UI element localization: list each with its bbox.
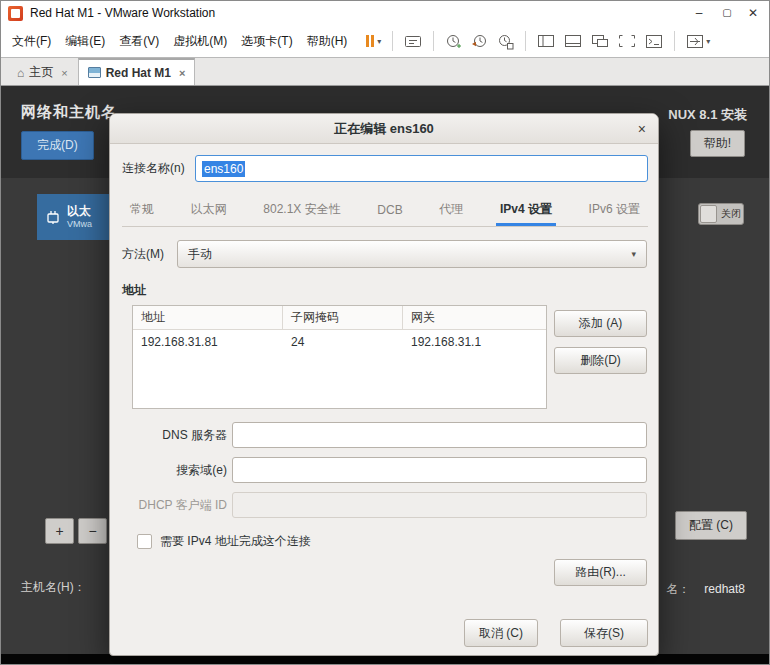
menu-edit[interactable]: 编辑(E) bbox=[58, 25, 112, 57]
tab-home[interactable]: ⌂ 主页 × bbox=[7, 59, 78, 85]
minimize-button[interactable]: – bbox=[685, 2, 713, 24]
toolbar-separator bbox=[392, 31, 393, 51]
menu-file[interactable]: 文件(F) bbox=[5, 25, 58, 57]
method-value: 手动 bbox=[188, 246, 212, 263]
gateway-cell[interactable]: 192.168.31.1 bbox=[403, 330, 546, 354]
dialog-title: 正在编辑 ens160 bbox=[334, 120, 434, 138]
save-button[interactable]: 保存(S) bbox=[560, 619, 648, 647]
menu-help[interactable]: 帮助(H) bbox=[300, 25, 355, 57]
done-button[interactable]: 完成(D) bbox=[21, 131, 94, 160]
toolbar: ▾ bbox=[362, 31, 713, 52]
revert-snapshot-button[interactable] bbox=[468, 31, 491, 52]
netmask-cell[interactable]: 24 bbox=[283, 330, 403, 354]
dialog-close-button[interactable]: × bbox=[638, 120, 646, 138]
connection-name-label: 连接名称(n) bbox=[122, 155, 185, 182]
send-ctrl-alt-del-button[interactable] bbox=[401, 32, 425, 51]
cancel-button[interactable]: 取消 (C) bbox=[464, 619, 538, 647]
device-name: 以太 bbox=[67, 204, 92, 219]
help-button[interactable]: 帮助! bbox=[690, 130, 745, 157]
fullscreen-button[interactable]: ▾ bbox=[683, 32, 713, 51]
search-domains-label: 搜索域(e) bbox=[122, 457, 227, 483]
close-window-button[interactable]: ✕ bbox=[739, 2, 767, 24]
device-detail: VMwa bbox=[67, 219, 92, 230]
toolbar-separator bbox=[674, 31, 675, 51]
tab-redhat-m1-label: Red Hat M1 bbox=[106, 66, 171, 80]
tab-ethernet[interactable]: 以太网 bbox=[187, 196, 231, 226]
chevron-down-icon: ▾ bbox=[377, 37, 381, 46]
address-cell[interactable]: 192.168.31.81 bbox=[133, 330, 283, 354]
show-thumbnail-bar-button[interactable] bbox=[561, 32, 585, 50]
menubar: 文件(F) 编辑(E) 查看(V) 虚拟机(M) 选项卡(T) 帮助(H) ▾ bbox=[1, 25, 769, 58]
tab-general[interactable]: 常规 bbox=[126, 196, 158, 226]
current-hostname: 名：redhat8 bbox=[666, 581, 745, 598]
pause-button[interactable]: ▾ bbox=[362, 33, 384, 49]
remove-device-button[interactable]: − bbox=[78, 518, 107, 544]
column-header-netmask[interactable]: 子网掩码 bbox=[283, 306, 403, 330]
selected-text: ens160 bbox=[202, 161, 245, 177]
add-device-button[interactable]: + bbox=[45, 518, 74, 544]
console-view-button[interactable] bbox=[642, 32, 666, 51]
menu-tabs[interactable]: 选项卡(T) bbox=[234, 25, 299, 57]
tab-dcb[interactable]: DCB bbox=[373, 196, 406, 226]
installer-banner: NUX 8.1 安装 bbox=[668, 106, 747, 124]
unity-mode-button[interactable] bbox=[588, 32, 612, 50]
tab-bar: ⌂ 主页 × Red Hat M1 × bbox=[1, 58, 769, 86]
edit-connection-dialog: 正在编辑 ens160 × 连接名称(n) ens160 常规 以太网 802.… bbox=[109, 113, 659, 656]
installer-section-title: 网络和主机名 bbox=[21, 103, 117, 122]
toolbar-separator bbox=[525, 31, 526, 51]
dhcp-client-id-label: DHCP 客户端 ID bbox=[122, 492, 227, 518]
add-address-button[interactable]: 添加 (A) bbox=[554, 310, 647, 337]
vmware-window: Red Hat M1 - VMware Workstation – ▢ ✕ 文件… bbox=[0, 0, 770, 665]
routes-button[interactable]: 路由(R)... bbox=[554, 559, 647, 586]
search-domains-input[interactable] bbox=[232, 457, 647, 483]
vmware-logo-icon bbox=[8, 6, 23, 21]
vm-screen-icon bbox=[88, 67, 101, 78]
chevron-down-icon: ▾ bbox=[706, 37, 710, 46]
tab-close-icon[interactable]: × bbox=[61, 67, 67, 79]
hostname-label: 主机名(H)： bbox=[21, 579, 86, 596]
manage-snapshots-button[interactable] bbox=[494, 31, 517, 52]
titlebar: Red Hat M1 - VMware Workstation – ▢ ✕ bbox=[1, 1, 769, 25]
addresses-table[interactable]: 地址 子网掩码 网关 192.168.31.81 24 192.168.31.1 bbox=[132, 305, 547, 409]
dialog-header[interactable]: 正在编辑 ens160 × bbox=[110, 114, 658, 144]
switch-off-label: 关闭 bbox=[721, 207, 741, 221]
maximize-button[interactable]: ▢ bbox=[713, 2, 741, 24]
device-enable-switch[interactable]: 关闭 bbox=[698, 203, 744, 225]
column-header-gateway[interactable]: 网关 bbox=[403, 306, 546, 330]
window-title: Red Hat M1 - VMware Workstation bbox=[30, 6, 215, 20]
require-ipv4-row: 需要 IPv4 地址完成这个连接 bbox=[137, 533, 311, 550]
tab-redhat-m1[interactable]: Red Hat M1 × bbox=[78, 58, 196, 85]
show-library-button[interactable] bbox=[534, 32, 558, 50]
dns-servers-label: DNS 服务器 bbox=[122, 422, 227, 448]
home-icon: ⌂ bbox=[17, 66, 24, 80]
current-hostname-label: 名： bbox=[666, 582, 690, 596]
menu-vm[interactable]: 虚拟机(M) bbox=[166, 25, 234, 57]
toolbar-separator bbox=[433, 31, 434, 51]
tab-close-icon[interactable]: × bbox=[179, 67, 185, 79]
require-ipv4-label: 需要 IPv4 地址完成这个连接 bbox=[160, 533, 311, 550]
current-hostname-value: redhat8 bbox=[704, 582, 745, 596]
chevron-down-icon: ▾ bbox=[631, 249, 636, 259]
tab-8021x-security[interactable]: 802.1X 安全性 bbox=[259, 196, 344, 226]
tab-ipv4-settings[interactable]: IPv4 设置 bbox=[496, 196, 556, 226]
tab-ipv6-settings[interactable]: IPv6 设置 bbox=[585, 196, 644, 226]
configure-button[interactable]: 配置 (C) bbox=[675, 511, 747, 540]
dns-servers-input[interactable] bbox=[232, 422, 647, 448]
menu-view[interactable]: 查看(V) bbox=[112, 25, 166, 57]
column-header-address[interactable]: 地址 bbox=[133, 306, 283, 330]
settings-tabs: 常规 以太网 802.1X 安全性 DCB 代理 IPv4 设置 IPv6 设置 bbox=[122, 196, 648, 227]
method-dropdown[interactable]: 手动 ▾ bbox=[177, 240, 647, 268]
dhcp-client-id-input bbox=[232, 492, 647, 518]
take-snapshot-button[interactable] bbox=[442, 31, 465, 52]
free-stretch-button[interactable] bbox=[615, 32, 639, 50]
switch-knob bbox=[700, 205, 717, 223]
method-label: 方法(M) bbox=[122, 240, 164, 268]
tab-proxy[interactable]: 代理 bbox=[435, 196, 467, 226]
delete-address-button[interactable]: 删除(D) bbox=[554, 347, 647, 374]
ethernet-icon bbox=[45, 209, 61, 225]
require-ipv4-checkbox[interactable] bbox=[137, 534, 152, 549]
tab-home-label: 主页 bbox=[29, 64, 53, 81]
addresses-title: 地址 bbox=[122, 282, 146, 299]
connection-name-input[interactable]: ens160 bbox=[195, 155, 648, 182]
